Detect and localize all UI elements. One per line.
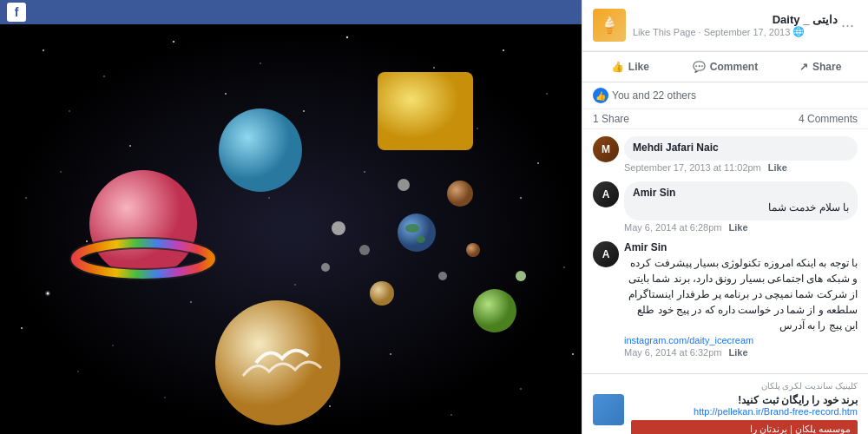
comment-2: A Amir Sin با سلام خدمت شما May 6, 2014 … <box>593 181 858 233</box>
svg-point-53 <box>438 272 447 280</box>
comment-button[interactable]: 💬 Comment <box>678 56 773 78</box>
comment-label: Comment <box>710 61 758 73</box>
svg-point-38 <box>89 170 197 278</box>
svg-point-49 <box>370 281 394 306</box>
image-panel: f <box>0 0 582 434</box>
post-panel: 🍦 دایتی _ Daity Like This Page · Septemb… <box>582 0 868 434</box>
sponsor-icon <box>593 394 624 425</box>
post-date: September 17, 2013 <box>704 27 791 37</box>
comment-1-author: Mehdi Jafari Naic <box>633 141 849 154</box>
comments-count: 4 Comments <box>799 113 858 125</box>
svg-point-47 <box>473 289 516 332</box>
comment-2-meta: May 6, 2014 at 6:28pm Like <box>624 222 858 233</box>
comment-3-meta: May 6, 2014 at 6:32pm Like <box>624 347 858 358</box>
image-container <box>0 24 582 434</box>
comment-1-bubble: Mehdi Jafari Naic <box>624 136 858 161</box>
comment-1-like[interactable]: Like <box>768 162 787 173</box>
sponsor-title: برند خود را رایگان ثبت کنید! <box>631 394 858 406</box>
comments-section: M Mehdi Jafari Naic September 17, 2013 a… <box>582 129 868 373</box>
comment-2-author: Amir Sin <box>633 187 849 199</box>
post-header: 🍦 دایتی _ Daity Like This Page · Septemb… <box>582 0 868 51</box>
more-options-button[interactable]: ··· <box>838 13 858 38</box>
like-reaction-icon: 👍 <box>593 88 608 103</box>
svg-point-46 <box>417 236 425 243</box>
like-button[interactable]: 👍 Like <box>582 56 678 78</box>
comment-2-bubble: Amir Sin با سلام خدمت شما <box>624 181 858 220</box>
action-buttons: 👍 Like 💬 Comment ↗ Share <box>582 51 868 82</box>
svg-point-48 <box>447 181 473 207</box>
sponsor-banner[interactable]: موسسه پلکان | برندتان را <box>631 420 858 434</box>
svg-rect-42 <box>378 72 473 150</box>
share-icon: ↗ <box>799 61 808 73</box>
share-button[interactable]: ↗ Share <box>773 56 868 78</box>
page-avatar: 🍦 <box>593 9 626 42</box>
like-page-text[interactable]: Like This Page <box>633 27 696 37</box>
comment-1-time: September 17, 2013 at 11:02pm <box>624 162 761 173</box>
shares-count: 1 Share <box>593 113 629 125</box>
svg-point-45 <box>405 224 419 233</box>
comment-1: M Mehdi Jafari Naic September 17, 2013 a… <box>593 136 858 173</box>
space-image <box>0 24 582 434</box>
instagram-link[interactable]: instagram.com/daity_icecream <box>624 335 858 345</box>
reactions-text: You and 22 others <box>612 89 696 102</box>
sponsored-content: برند خود را رایگان ثبت کنید! http://pell… <box>593 394 858 434</box>
post-header-info: دایتی _ Daity Like This Page · September… <box>633 13 838 37</box>
sponsor-link[interactable]: http://pellekan.ir/Brand-free-record.htm <box>631 406 858 417</box>
comment-3-like[interactable]: Like <box>729 347 748 358</box>
comment-2-content: Amir Sin با سلام خدمت شما May 6, 2014 at… <box>624 181 858 233</box>
svg-point-44 <box>398 214 436 252</box>
svg-point-50 <box>332 221 345 235</box>
page-name[interactable]: دایتی _ Daity <box>633 13 838 26</box>
comment-1-content: Mehdi Jafari Naic September 17, 2013 at … <box>624 136 858 173</box>
ice-cream-planets <box>0 24 582 434</box>
svg-point-43 <box>215 300 340 425</box>
comment-2-avatar: A <box>593 181 619 207</box>
comment-3-content: Amir Sin با توجه به اینکه امروزه تکنولوژ… <box>624 241 858 358</box>
comment-3-avatar: A <box>593 241 619 267</box>
facebook-topbar: f <box>0 0 582 24</box>
comment-3-body: با توجه به اینکه امروزه تکنولوژی بسیار پ… <box>624 255 858 333</box>
like-label: Like <box>628 61 649 73</box>
dot-sep: · <box>699 27 701 37</box>
share-label: Share <box>812 61 841 73</box>
comment-3-author: Amir Sin <box>624 241 858 253</box>
svg-point-51 <box>359 245 370 255</box>
post-meta: Like This Page · September 17, 2013 🌐 <box>633 26 838 37</box>
globe-icon: 🌐 <box>792 26 805 37</box>
svg-point-52 <box>398 179 410 191</box>
svg-point-54 <box>466 243 480 257</box>
like-icon: 👍 <box>611 61 624 73</box>
comment-2-time: May 6, 2014 at 6:28pm <box>624 222 722 233</box>
comment-2-body: با سلام خدمت شما <box>633 201 849 215</box>
svg-point-55 <box>321 263 330 272</box>
comment-1-avatar: M <box>593 136 619 162</box>
comment-1-meta: September 17, 2013 at 11:02pm Like <box>624 162 858 173</box>
sponsored-section: کلینیک ساندیت لکری پلکان برند خود را رای… <box>582 373 868 434</box>
comment-icon: 💬 <box>693 61 706 73</box>
comment-2-like[interactable]: Like <box>729 222 748 233</box>
svg-point-56 <box>516 271 526 281</box>
comment-3-time: May 6, 2014 at 6:32pm <box>624 347 722 358</box>
reactions-bar: 👍 You and 22 others <box>582 82 868 109</box>
facebook-logo: f <box>7 3 26 22</box>
svg-point-41 <box>219 108 302 192</box>
sponsor-text: برند خود را رایگان ثبت کنید! http://pell… <box>631 394 858 434</box>
comment-3: A Amir Sin با توجه به اینکه امروزه تکنول… <box>593 241 858 358</box>
stats-bar: 1 Share 4 Comments <box>582 109 868 129</box>
sponsored-label: کلینیک ساندیت لکری پلکان <box>593 381 858 391</box>
